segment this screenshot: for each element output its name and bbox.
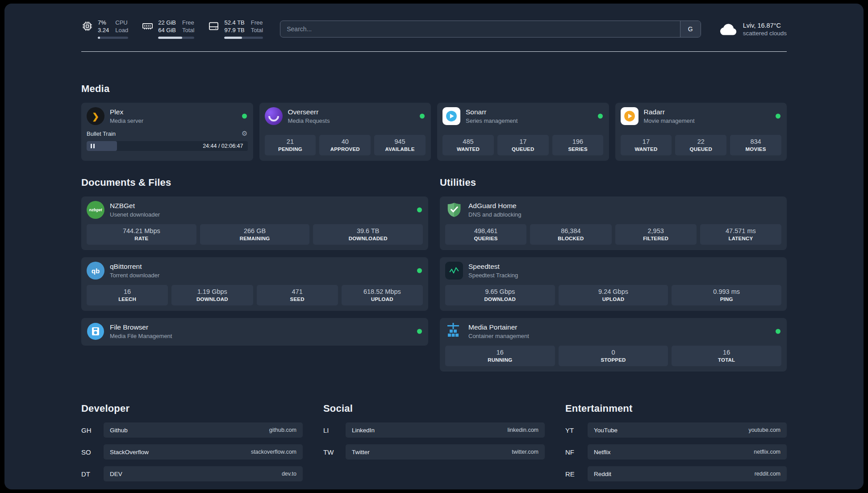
adguard-icon [445,201,463,219]
bookmark-link-linkedin[interactable]: LinkedIn linkedin.com [346,422,545,438]
section-title-media: Media [81,83,787,95]
bookmark-abbr: YT [565,426,588,434]
service-card-radarr[interactable]: Radarr Movie management 17WANTED 22QUEUE… [615,103,787,161]
cpu-progress-track [98,37,128,39]
cpu-progress-fill [98,37,100,39]
service-card-plex[interactable]: ❯ Plex Media server Bullet Train ⚙ 24:44… [81,103,253,161]
cpu-icon [81,20,93,32]
service-card-qbittorrent[interactable]: qb qBittorrent Torrent downloader 16LEEC… [81,257,428,311]
status-dot [417,268,422,273]
ram-label-top: Free [182,19,194,26]
service-name: Plex [110,108,143,116]
stat-stopped: 0STOPPED [559,346,668,366]
service-subtitle: Usenet downloader [110,211,160,218]
bookmark-group-entertainment: Entertainment YT YouTube youtube.com NF … [565,403,787,488]
stat-available: 945AVAILABLE [374,135,426,155]
bookmark-row: LI LinkedIn linkedin.com [323,422,545,438]
bookmark-abbr: RE [565,470,588,478]
cpu-label-top: CPU [115,19,128,26]
service-name: qBittorrent [110,263,159,271]
stat-series: 196SERIES [552,135,604,155]
search-input[interactable] [280,21,680,37]
cpu-load-value: 3.24 [98,26,109,34]
disk-progress-fill [224,37,242,39]
service-subtitle: Media server [110,117,143,124]
bookmark-link-reddit[interactable]: Reddit reddit.com [588,466,787,481]
weather-widget: Lviv, 16.87°C scattered clouds [718,21,787,37]
service-card-nzbget[interactable]: nzbget NZBGet Usenet downloader 744.21 M… [81,196,428,250]
cpu-usage-value: 7% [98,19,109,26]
service-card-sonarr[interactable]: Sonarr Series management 485WANTED 17QUE… [437,103,609,161]
portainer-icon [445,322,463,340]
status-dot [242,114,247,119]
stat-rate: 744.21 MbpsRATE [87,224,196,245]
service-subtitle: Torrent downloader [110,272,159,279]
stat-leech: 16LEECH [87,285,168,305]
stat-movies: 834MOVIES [730,135,781,155]
service-card-adguard[interactable]: AdGuard Home DNS and adblocking 498,461Q… [440,196,787,250]
pause-icon[interactable] [91,144,95,148]
service-name: Speedtest [468,263,518,271]
nzbget-icon: nzbget [87,201,104,219]
bookmark-link-stackoverflow[interactable]: StackOverflow stackoverflow.com [104,444,303,460]
service-card-portainer[interactable]: Media Portainer Container management 16R… [440,318,787,372]
bookmark-group-social: Social LI LinkedIn linkedin.com TW Twitt… [323,403,545,488]
section-title-developer: Developer [81,403,303,414]
qbittorrent-icon: qb [87,262,104,280]
stat-queued: 22QUEUED [675,135,726,155]
cloud-icon [718,21,738,37]
playback-time: 24:44 / 02:06:47 [203,143,243,149]
bookmark-link-youtube[interactable]: YouTube youtube.com [588,422,787,438]
stat-seed: 471SEED [257,285,338,305]
ram-label-bottom: Total [182,26,194,34]
cpu-label-bottom: Load [115,26,128,34]
stat-wanted: 485WANTED [442,135,494,155]
bookmark-row: NF Netflix netflix.com [565,444,787,460]
disk-label-bottom: Total [251,26,263,34]
ram-progress-track [158,37,194,39]
bookmark-link-github[interactable]: Github github.com [104,422,303,438]
stat-ping: 0.993 msPING [672,285,781,305]
speedtest-icon [445,262,463,280]
bookmark-link-twitter[interactable]: Twitter twitter.com [346,444,545,460]
service-card-speedtest[interactable]: Speedtest Speedtest Tracking 9.65 GbpsDO… [440,257,787,311]
bookmark-row: GH Github github.com [81,422,303,438]
service-subtitle: Media File Management [110,333,172,339]
disk-widget: 52.4 TB 97.9 TB Free Total [208,19,263,39]
cpu-widget: 7% 3.24 CPU Load [81,19,128,39]
search-provider-button[interactable]: G [680,21,701,37]
bookmark-abbr: LI [323,426,346,434]
bookmark-abbr: DT [81,470,104,478]
bookmark-abbr: SO [81,448,104,456]
section-title-utilities: Utilities [440,177,787,188]
service-card-overseerr[interactable]: Overseerr Media Requests 21PENDING 40APP… [259,103,431,161]
ram-free-value: 22 GiB [158,19,176,26]
section-title-entertainment: Entertainment [565,403,787,414]
service-name: File Browser [110,323,172,331]
stat-approved: 40APPROVED [319,135,371,155]
search-bar: G [280,21,701,38]
ram-total-value: 64 GiB [158,26,176,34]
stat-filtered: 2,953FILTERED [615,224,697,245]
stat-download: 1.19 GbpsDOWNLOAD [171,285,253,305]
stat-blocked: 86,384BLOCKED [530,224,611,245]
service-name: Sonarr [466,108,517,116]
service-name: AdGuard Home [468,202,522,210]
filebrowser-icon [87,322,104,340]
memory-widget: 22 GiB 64 GiB Free Total [142,19,194,39]
radarr-icon [621,107,638,125]
plex-icon: ❯ [87,107,104,125]
stat-download: 9.65 GbpsDOWNLOAD [445,285,555,305]
bookmark-row: SO StackOverflow stackoverflow.com [81,444,303,460]
playback-progress-bar[interactable]: 24:44 / 02:06:47 [87,141,248,151]
stat-downloaded: 39.6 TBDOWNLOADED [313,224,423,245]
service-subtitle: Media Requests [288,117,330,124]
gear-icon[interactable]: ⚙ [242,130,247,138]
status-dot [598,114,603,119]
bookmark-abbr: NF [565,448,588,456]
top-bar: 7% 3.24 CPU Load [81,4,787,52]
service-name: Overseerr [288,108,330,116]
bookmark-link-netflix[interactable]: Netflix netflix.com [588,444,787,460]
service-card-filebrowser[interactable]: File Browser Media File Management [81,318,428,346]
bookmark-link-dev[interactable]: DEV dev.to [104,466,303,481]
